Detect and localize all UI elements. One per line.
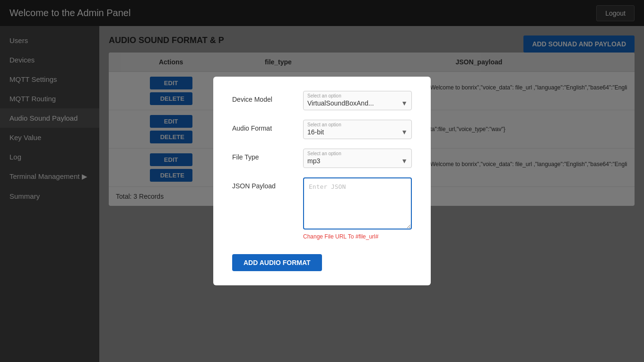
- audio-format-control: Select an option 16-bit ▼: [303, 120, 412, 139]
- json-helper-text: Change File URL To #file_url#: [303, 233, 412, 240]
- file-type-inner-label: Select an option: [307, 151, 408, 156]
- file-type-control: Select an option mp3 ▼: [303, 149, 412, 168]
- device-model-row: Device Model Select an option VirtualSou…: [232, 91, 412, 110]
- file-type-chevron-icon: ▼: [401, 157, 408, 165]
- file-type-row: File Type Select an option mp3 ▼: [232, 149, 412, 168]
- audio-format-row: Audio Format Select an option 16-bit ▼: [232, 120, 412, 139]
- json-payload-textarea[interactable]: [303, 177, 412, 230]
- audio-format-select-container[interactable]: Select an option 16-bit ▼: [303, 120, 412, 139]
- file-type-label: File Type: [232, 149, 294, 161]
- audio-format-value: 16-bit: [307, 128, 324, 136]
- file-type-select-container[interactable]: Select an option mp3 ▼: [303, 149, 412, 168]
- json-payload-label: JSON Payload: [232, 177, 294, 190]
- audio-format-label: Audio Format: [232, 120, 294, 132]
- device-model-chevron-icon: ▼: [401, 99, 408, 107]
- modal-dialog: Device Model Select an option VirtualSou…: [213, 77, 431, 285]
- modal-overlay: Device Model Select an option VirtualSou…: [0, 0, 644, 362]
- json-payload-control: Change File URL To #file_url#: [303, 177, 412, 240]
- json-payload-row: JSON Payload Change File URL To #file_ur…: [232, 177, 412, 240]
- device-model-select-container[interactable]: Select an option VirtualSoundBoxAnd... ▼: [303, 91, 412, 110]
- file-type-value: mp3: [307, 157, 320, 165]
- device-model-value: VirtualSoundBoxAnd...: [307, 99, 374, 107]
- device-model-label: Device Model: [232, 91, 294, 103]
- device-model-control: Select an option VirtualSoundBoxAnd... ▼: [303, 91, 412, 110]
- add-audio-format-button[interactable]: ADD AUDIO FORMAT: [232, 254, 322, 271]
- audio-format-inner-label: Select an option: [307, 122, 408, 127]
- device-model-inner-label: Select an option: [307, 93, 408, 98]
- audio-format-chevron-icon: ▼: [401, 128, 408, 136]
